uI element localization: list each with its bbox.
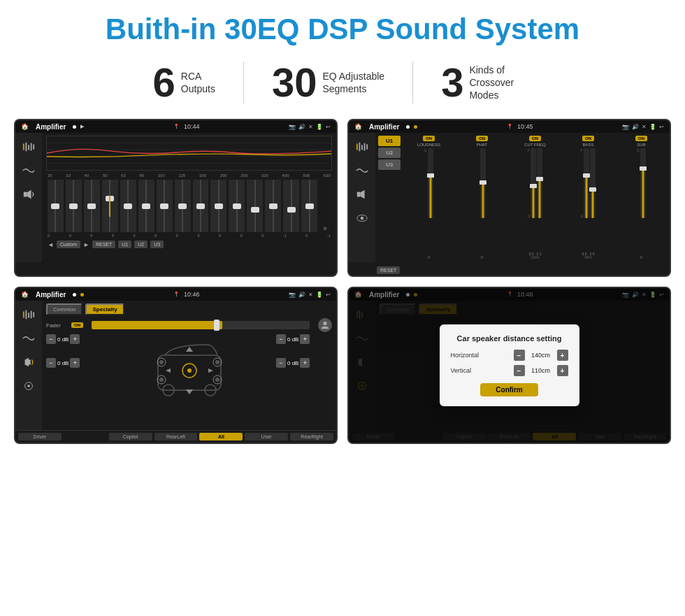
sidebar-f-wave-icon[interactable] [20, 331, 38, 345]
cutfreq-slider-2[interactable] [537, 148, 542, 218]
confirm-button[interactable]: Confirm [480, 383, 538, 396]
eq-custom-btn[interactable]: Custom [57, 241, 80, 248]
sidebar-f-speaker-icon[interactable] [20, 355, 38, 369]
eq-slider-13[interactable] [265, 180, 281, 232]
minus-btn-2[interactable]: − [276, 334, 286, 344]
vertical-label: Vertical [451, 367, 472, 374]
plus-btn-2[interactable]: + [300, 334, 310, 344]
phat-slider[interactable] [480, 148, 486, 218]
sidebar-eq-icon[interactable] [20, 140, 38, 154]
bass-slider-2[interactable] [590, 148, 596, 218]
u3-btn[interactable]: U3 [378, 159, 401, 170]
stat-crossover-desc: Kinds of Crossover Modes [469, 64, 532, 102]
cx-sidebar [349, 133, 375, 262]
eq-slider-15[interactable] [301, 180, 317, 232]
cx-reset-btn[interactable]: RESET [377, 266, 400, 274]
tab-specialty[interactable]: Specialty [85, 303, 124, 315]
play-icon[interactable]: ► [83, 241, 89, 248]
sidebar-cx-speaker-icon[interactable] [353, 187, 371, 201]
horizontal-minus[interactable]: − [514, 350, 525, 361]
eq-slider-3[interactable] [84, 180, 100, 232]
svg-rect-16 [357, 192, 361, 196]
volume-icon-eq: 🔊 [298, 124, 305, 130]
tab-common[interactable]: Common [46, 303, 82, 315]
copilot-btn[interactable]: Copilot [109, 433, 152, 440]
eq-u3-btn[interactable]: U3 [150, 241, 164, 248]
cutfreq-slider-1[interactable] [531, 148, 536, 218]
eq-slider-2[interactable] [66, 180, 82, 232]
sidebar-cx-wave-icon[interactable] [353, 164, 371, 178]
plus-btn-3[interactable]: + [70, 358, 80, 368]
loudness-label: LOUDNESS [417, 143, 440, 147]
screen-eq: 🏠 Amplifier ▶ 📍 10:44 📷 🔊 ✕ 🔋 ↩ [14, 119, 338, 277]
prev-icon[interactable]: ◄ [48, 241, 54, 248]
plus-btn-4[interactable]: + [300, 358, 310, 368]
horizontal-plus[interactable]: + [557, 350, 568, 361]
phat-label: PHAT [477, 143, 488, 147]
u2-btn[interactable]: U2 [378, 148, 401, 158]
eq-slider-7[interactable] [157, 180, 173, 232]
loudness-slider[interactable] [428, 148, 433, 218]
cutfreq-on[interactable]: ON [529, 136, 541, 141]
phat-on[interactable]: ON [476, 136, 488, 141]
sidebar-wave-icon[interactable] [20, 164, 38, 178]
car-visual [106, 334, 272, 397]
eq-reset-btn[interactable]: RESET [92, 241, 115, 248]
db-val-1: 0 dB [57, 336, 68, 343]
eq-slider-5[interactable] [120, 180, 136, 232]
sidebar-cx-surround-icon[interactable] [353, 211, 371, 225]
vertical-plus[interactable]: + [557, 365, 568, 376]
sub-on[interactable]: ON [635, 136, 647, 141]
eq-slider-1[interactable] [48, 180, 64, 232]
sidebar-f-eq-icon[interactable] [20, 308, 38, 322]
vertical-minus[interactable]: − [514, 365, 525, 376]
minus-btn-4[interactable]: − [276, 358, 286, 368]
sub-slider[interactable] [640, 148, 646, 218]
rear-right-btn[interactable]: RearRight [290, 433, 333, 440]
eq-slider-10[interactable] [210, 180, 226, 232]
eq-slider-11[interactable] [229, 180, 245, 232]
eq-slider-6[interactable] [138, 180, 154, 232]
phat-value: 0 [481, 255, 483, 259]
sidebar-speaker-icon[interactable] [20, 187, 38, 201]
eq-slider-8[interactable] [175, 180, 191, 232]
sidebar-f-surround-icon[interactable] [20, 379, 38, 393]
eq-more-icon[interactable]: » [319, 224, 331, 232]
eq-content: 25 32 40 50 63 80 100 125 160 200 250 32… [42, 133, 336, 262]
bass-slider-1[interactable] [584, 148, 589, 218]
bass-freq: 90Hz [584, 256, 592, 259]
svg-rect-2 [28, 145, 29, 150]
all-btn[interactable]: All [199, 433, 243, 440]
fader-label: Fader [46, 322, 67, 329]
minus-btn-1[interactable]: − [46, 334, 56, 344]
camera-icon-eq: 📷 [289, 124, 296, 130]
channel-cutfreq: ON CUT FREQ FG [510, 136, 561, 259]
cx-reset-area: RESET [349, 262, 670, 275]
plus-btn-1[interactable]: + [70, 334, 80, 344]
minus-btn-3[interactable]: − [46, 358, 56, 368]
eq-slider-4[interactable] [102, 180, 118, 232]
driver-btn[interactable]: Driver [18, 433, 62, 440]
eq-slider-12[interactable] [247, 180, 263, 232]
page-container: Buith-in 30EQ DSP Sound System 6 RCA Out… [0, 0, 685, 444]
eq-slider-14[interactable] [283, 180, 299, 232]
eq-values: 0 0 0 5 0 0 0 0 0 0 0 -1 0 -1 [46, 234, 332, 238]
sidebar-cx-eq-icon[interactable] [353, 140, 371, 154]
status-bar-crossover: 🏠 Amplifier 📍 10:45 📷 🔊 ✕ 🔋 ↩ [349, 120, 670, 133]
page-title: Buith-in 30EQ DSP Sound System [0, 13, 685, 46]
db-control-2: − 0 dB + [276, 334, 332, 344]
eq-u1-btn[interactable]: U1 [118, 241, 131, 248]
svg-rect-12 [359, 143, 361, 152]
rear-left-btn[interactable]: RearLeft [154, 433, 198, 440]
fader-slider[interactable] [92, 321, 310, 329]
eq-u2-btn[interactable]: U2 [134, 241, 147, 248]
screen-fader: 🏠 Amplifier 📍 10:46 📷 🔊 ✕ 🔋 ↩ [14, 287, 338, 444]
svg-point-39 [187, 368, 192, 373]
fader-on-badge[interactable]: ON [71, 322, 83, 328]
spacer-1 [64, 433, 107, 440]
bass-on[interactable]: ON [582, 136, 594, 141]
user-btn[interactable]: User [245, 433, 288, 440]
eq-slider-9[interactable] [193, 180, 209, 232]
loudness-on[interactable]: ON [423, 136, 435, 141]
u1-btn[interactable]: U1 [378, 136, 401, 146]
